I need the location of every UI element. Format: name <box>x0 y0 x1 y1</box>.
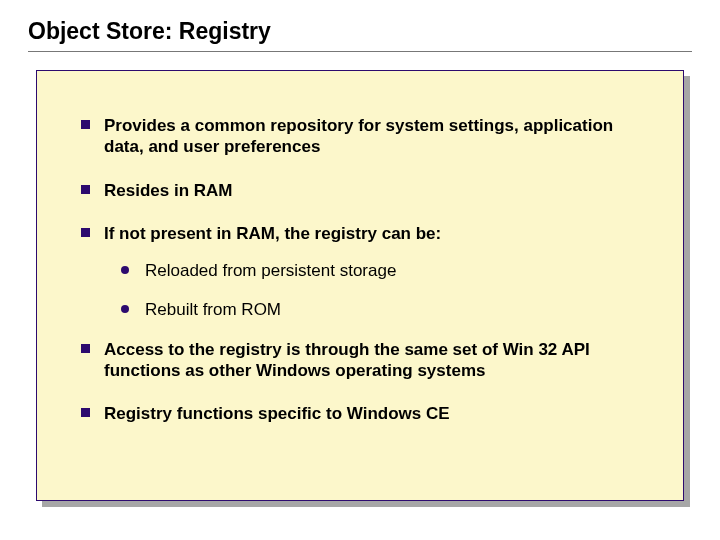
square-bullet-icon <box>81 228 90 237</box>
dot-bullet-icon <box>121 266 129 274</box>
list-item: If not present in RAM, the registry can … <box>81 223 639 321</box>
title-divider <box>28 51 692 52</box>
content-box: Provides a common repository for system … <box>36 70 684 501</box>
square-bullet-icon <box>81 408 90 417</box>
sub-list-item: Reloaded from persistent storage <box>121 260 639 281</box>
list-item: Registry functions specific to Windows C… <box>81 403 639 424</box>
sub-list-item: Rebuilt from ROM <box>121 299 639 320</box>
bullet-list: Provides a common repository for system … <box>81 115 639 424</box>
list-item: Resides in RAM <box>81 180 639 201</box>
slide: Object Store: Registry Provides a common… <box>0 0 720 540</box>
content-wrapper: Provides a common repository for system … <box>36 70 684 501</box>
list-item: Provides a common repository for system … <box>81 115 639 158</box>
sub-bullet-text: Reloaded from persistent storage <box>145 260 396 281</box>
page-title: Object Store: Registry <box>28 18 692 45</box>
bullet-text: If not present in RAM, the registry can … <box>104 223 441 244</box>
bullet-text: Registry functions specific to Windows C… <box>104 403 450 424</box>
bullet-text: Resides in RAM <box>104 180 232 201</box>
sub-bullet-list: Reloaded from persistent storage Rebuilt… <box>121 260 639 321</box>
bullet-text: Access to the registry is through the sa… <box>104 339 639 382</box>
square-bullet-icon <box>81 344 90 353</box>
dot-bullet-icon <box>121 305 129 313</box>
sub-bullet-text: Rebuilt from ROM <box>145 299 281 320</box>
square-bullet-icon <box>81 120 90 129</box>
list-item: Access to the registry is through the sa… <box>81 339 639 382</box>
bullet-text: Provides a common repository for system … <box>104 115 639 158</box>
square-bullet-icon <box>81 185 90 194</box>
